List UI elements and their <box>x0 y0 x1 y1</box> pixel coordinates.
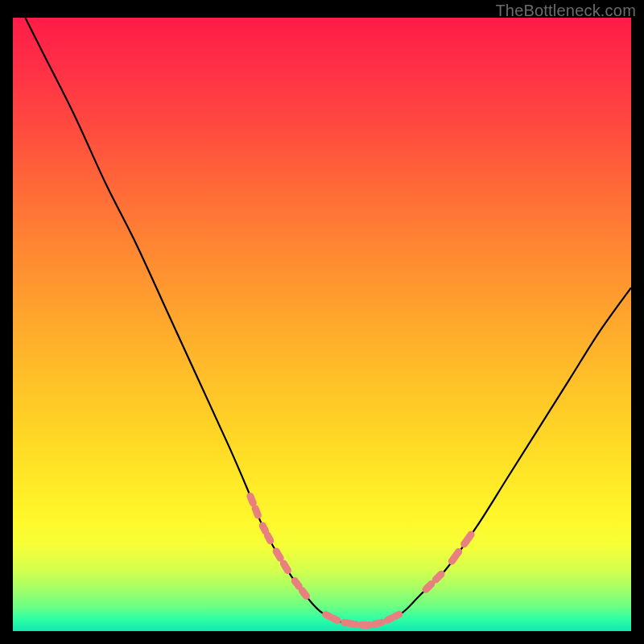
chart-svg <box>13 18 631 631</box>
highlight-dash <box>387 618 391 621</box>
bottleneck-curve <box>25 18 631 625</box>
highlight-dash <box>283 564 287 570</box>
highlight-dash <box>395 614 399 617</box>
highlight-dash <box>255 509 258 515</box>
highlight-dash <box>267 535 270 541</box>
highlight-dashes <box>250 496 471 625</box>
highlight-dash <box>333 618 337 621</box>
highlight-dash <box>326 614 330 617</box>
watermark-text: TheBottleneck.com <box>495 2 636 20</box>
highlight-dash <box>250 496 253 502</box>
highlight-dash <box>352 624 356 625</box>
highlight-dash <box>345 622 349 623</box>
highlight-dash <box>262 526 265 531</box>
highlight-dash <box>379 622 382 623</box>
highlight-dash <box>452 551 458 561</box>
highlight-dash <box>276 551 280 558</box>
highlight-dash <box>302 591 306 597</box>
plot-area <box>13 18 631 631</box>
app-frame: TheBottleneck.com <box>0 0 644 644</box>
highlight-dash <box>436 574 441 580</box>
highlight-dash <box>295 581 299 587</box>
highlight-dash <box>464 535 471 544</box>
highlight-dash <box>426 584 431 589</box>
